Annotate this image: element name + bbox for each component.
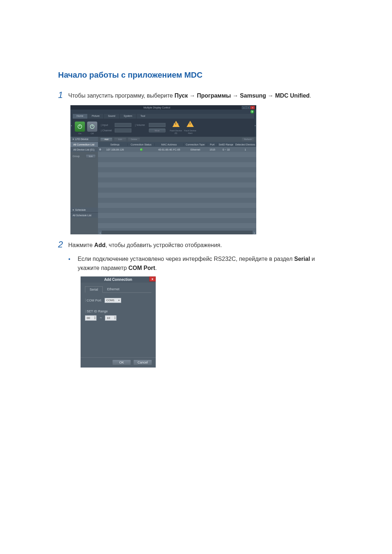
power-on-icon[interactable] xyxy=(75,122,85,132)
col-connection-type[interactable]: Connection Type xyxy=(184,143,207,146)
sidebar-schedule-header[interactable]: Schedule xyxy=(70,208,98,213)
delete-button[interactable]: Delete xyxy=(128,138,140,141)
setid-range-label: SET ID Range xyxy=(85,309,151,313)
sidebar-all-schedule[interactable]: All Schedule List xyxy=(70,213,98,218)
tab-home[interactable]: Home xyxy=(73,114,87,119)
t: Если подключение установлено через интер… xyxy=(78,256,294,262)
comport-value: COM1 xyxy=(106,299,115,302)
col-detected-devices[interactable]: Detected Devices xyxy=(234,143,256,146)
cell-ctype: Ethernet xyxy=(184,148,207,151)
col-setid-range[interactable]: SetID Range xyxy=(218,143,234,146)
t: , чтобы добавить устройство отображения. xyxy=(106,242,222,248)
arr: → xyxy=(266,93,275,99)
tab-system[interactable]: System xyxy=(119,114,136,119)
comport-label: COM Port xyxy=(85,298,101,302)
chevron-down-icon: ▼ xyxy=(118,299,120,301)
range-tilde: ~ xyxy=(99,316,103,320)
fault-alert-icon[interactable] xyxy=(186,121,194,129)
bullet-icon: ● xyxy=(68,255,78,273)
page-heading: Начало работы с приложением MDC xyxy=(58,70,334,80)
b: Add xyxy=(94,242,106,248)
sidebar-all-connection[interactable]: All Connection List xyxy=(70,142,98,147)
row-checkbox[interactable] xyxy=(99,148,102,151)
col-settings[interactable]: Settings xyxy=(102,143,128,146)
channel-spinner[interactable] xyxy=(115,128,131,132)
toolbar: Add Edit Delete Refresh xyxy=(98,137,256,142)
dialog-close-button[interactable]: x xyxy=(149,276,156,282)
cell-range: 0 ~ 10 xyxy=(218,148,234,151)
step-1-text: Чтобы запустить программу, выберите Пуск… xyxy=(68,91,311,100)
status-dot-icon xyxy=(140,148,143,151)
fault-device-icon[interactable] xyxy=(172,121,180,129)
t: . xyxy=(310,93,311,99)
tab-serial[interactable]: Serial xyxy=(85,286,103,293)
power-on-label: On xyxy=(78,132,81,135)
volume-label: Volume xyxy=(135,124,147,126)
setid-to-spinner[interactable]: 10▲▼ xyxy=(105,315,117,321)
bullet-1-text: Если подключение установлено через интер… xyxy=(78,255,334,273)
minimize-button[interactable]: – xyxy=(242,106,246,109)
spin-to-val: 10 xyxy=(107,316,110,320)
sidebar-all-device-list[interactable]: All Device List (01) xyxy=(70,147,98,152)
cell-settings: 107.108.89.126 xyxy=(102,148,128,151)
screenshot-mdc-main: Multiple Display Control – ▫ x ? ◂ Home … xyxy=(70,105,256,234)
close-button[interactable]: x xyxy=(250,106,255,109)
bullet-1: ● Если подключение установлено через инт… xyxy=(68,255,334,273)
channel-label: Channel xyxy=(101,129,113,132)
scroll-left-icon[interactable]: ◂ xyxy=(98,231,102,234)
horizontal-scrollbar[interactable]: ◂ ▸ xyxy=(98,231,256,234)
t: . xyxy=(155,265,157,271)
tab-tool[interactable]: Tool xyxy=(136,114,149,119)
cell-mac: 40-61-86-4E-FC-65 xyxy=(155,148,184,151)
window-title: Multiple Display Control xyxy=(143,106,170,109)
t: Чтобы запустить программу, выберите xyxy=(68,93,175,99)
add-button[interactable]: Add xyxy=(100,138,113,141)
cell-port: 1515 xyxy=(207,148,218,151)
b: MDC Unified xyxy=(275,93,310,99)
window-titlebar: Multiple Display Control – ▫ x xyxy=(70,105,256,110)
spin-from-val: 00 xyxy=(87,316,90,320)
help-icon[interactable]: ? xyxy=(250,110,254,114)
scroll-right-icon[interactable]: ▸ xyxy=(253,231,256,234)
arr: → xyxy=(188,93,197,99)
fault-device-label: Fault Device(0) xyxy=(170,130,182,134)
step-num-1: 1 xyxy=(58,90,68,100)
sidebar-lfd-header[interactable]: LFD Device xyxy=(70,137,98,142)
ok-button[interactable]: OK xyxy=(112,360,131,365)
col-mac-address[interactable]: MAC Address xyxy=(155,143,184,146)
tab-picture[interactable]: Picture xyxy=(87,114,104,119)
main-tabs: Home Picture Sound System Tool xyxy=(73,114,254,119)
sidebar-group-label: Group xyxy=(73,155,79,157)
screenshot-add-connection: Add Connection x Serial Ethernet COM Por… xyxy=(81,276,156,368)
refresh-button[interactable]: Refresh xyxy=(242,138,254,141)
edit-button[interactable]: Edit xyxy=(114,138,126,141)
step-2: 2 Нажмите Add, чтобы добавить устройство… xyxy=(58,241,334,250)
tab-ethernet[interactable]: Ethernet xyxy=(103,286,124,292)
dialog-titlebar: Add Connection x xyxy=(81,276,156,283)
sidebar-edit-button[interactable]: Edit xyxy=(86,154,96,158)
volume-slider[interactable] xyxy=(149,123,166,127)
b: COM Port xyxy=(128,265,155,271)
arr: → xyxy=(231,93,240,99)
col-port[interactable]: Port xyxy=(207,143,218,146)
table-header: Settings Connection Status MAC Address C… xyxy=(98,142,256,147)
t: Нажмите xyxy=(68,242,94,248)
right-panel-toggle[interactable]: ▸ xyxy=(254,114,256,137)
b: Программы xyxy=(197,93,231,99)
col-connection-status[interactable]: Connection Status xyxy=(128,143,155,146)
fault-alert-label: Fault DeviceAlert xyxy=(184,130,196,134)
sidebar: LFD Device All Connection List All Devic… xyxy=(70,137,98,234)
b: Samsung xyxy=(240,93,266,99)
table-row[interactable]: 107.108.89.126 40-61-86-4E-FC-65 Etherne… xyxy=(98,147,256,152)
tab-sound[interactable]: Sound xyxy=(103,114,119,119)
cancel-button[interactable]: Cancel xyxy=(133,360,152,365)
step-2-text: Нажмите Add, чтобы добавить устройство о… xyxy=(68,241,222,250)
mute-button[interactable]: Mute xyxy=(149,128,166,132)
comport-select[interactable]: COM1▼ xyxy=(105,298,121,303)
maximize-button[interactable]: ▫ xyxy=(246,106,250,109)
setid-from-spinner[interactable]: 00▲▼ xyxy=(85,315,97,321)
dialog-title: Add Connection xyxy=(104,278,132,282)
power-off-label: Off xyxy=(91,132,94,135)
power-off-icon[interactable] xyxy=(87,122,97,132)
input-select[interactable] xyxy=(115,123,131,127)
